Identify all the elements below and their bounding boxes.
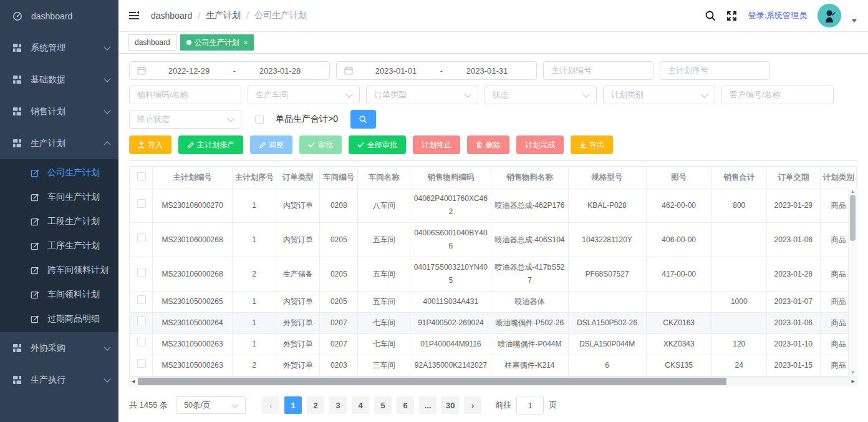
table-row[interactable]: MS230106000268 2 生产储备 0205 五车间 04017S500…	[130, 257, 857, 292]
row-checkbox[interactable]	[137, 316, 146, 325]
next-page-button[interactable]: ›	[464, 396, 481, 414]
sidebar-submenu-item[interactable]: 车间生产计划	[0, 185, 118, 209]
terminate-button[interactable]: 计划终止	[413, 135, 460, 154]
close-icon[interactable]: ×	[244, 39, 248, 46]
table-row[interactable]: MS230105000263 1 外贸订单 0207 七车间 01P400044…	[130, 334, 857, 355]
cell-material-code: 40011S034A431	[410, 292, 491, 313]
sidebar-group-item[interactable]: 系统管理	[0, 32, 118, 64]
goto-page-input[interactable]	[516, 396, 544, 415]
query-button[interactable]	[350, 110, 376, 129]
terminate-status-select[interactable]: 终止状态	[129, 110, 241, 129]
row-checkbox[interactable]	[137, 233, 146, 242]
page-button[interactable]: 1	[284, 396, 302, 414]
table-row[interactable]: MS230105000264 1 外贸订单 0207 七车间 91P400502…	[130, 313, 857, 334]
page-button[interactable]: ...	[419, 396, 436, 414]
approve-all-button[interactable]: 全部审批	[349, 135, 406, 154]
plan-category-select[interactable]: 计划类别	[603, 86, 715, 104]
cell-order-type: 生产储备	[276, 257, 320, 292]
approve-button[interactable]: 审批	[299, 135, 342, 154]
sidebar-group-item[interactable]: 生产执行	[0, 364, 118, 396]
page-size-select[interactable]: 50条/页	[176, 396, 246, 414]
page-button[interactable]: 3	[329, 396, 347, 414]
plan-date-range-picker[interactable]: 2022-12-29 - 2023-01-28	[129, 61, 330, 80]
delete-button[interactable]: 删除	[467, 135, 509, 154]
sidebar-item-dashboard[interactable]: dashboard	[0, 0, 118, 32]
row-checkbox[interactable]	[137, 268, 146, 277]
sidebar-submenu-item[interactable]: 工段生产计划	[0, 209, 118, 233]
sidebar-submenu-item[interactable]: 车间领料计划	[0, 282, 118, 307]
cell-plan-no: MS230106000270	[153, 189, 233, 223]
prev-page-button[interactable]: ‹	[262, 396, 279, 414]
page-button[interactable]: 2	[307, 396, 324, 414]
row-checkbox[interactable]	[137, 199, 146, 208]
table-row[interactable]: MS230106000270 1 内贸订单 0208 八车间 04062P400…	[130, 189, 857, 223]
scroll-down-icon[interactable]: ▼	[849, 370, 857, 376]
date-end[interactable]: 2023-01-31	[445, 66, 529, 76]
date-start[interactable]: 2022-12-29	[147, 66, 231, 76]
login-user-label[interactable]: 登录:系统管理员	[748, 10, 807, 21]
import-button[interactable]: 导入	[129, 135, 171, 154]
chevron-icon	[104, 75, 110, 82]
button-label: 计划完成	[525, 140, 555, 150]
vertical-scrollbar[interactable]: ▲ ▼	[848, 188, 857, 376]
view-tab[interactable]: dashboard ×	[128, 34, 176, 51]
row-checkbox[interactable]	[137, 338, 146, 346]
button-label: 全部审批	[367, 140, 397, 150]
scroll-right-icon[interactable]: ▶	[852, 377, 855, 386]
table-row[interactable]: MS230105000265 1 内贸订单 0205 五车间 40011S034…	[130, 292, 857, 313]
sidebar-group-item[interactable]: 基础数据	[0, 64, 118, 96]
workshop-select[interactable]: 生产车间	[248, 86, 360, 104]
vertical-scroll-thumb[interactable]	[850, 195, 856, 241]
date-end[interactable]: 2023-01-28	[238, 66, 322, 76]
row-checkbox[interactable]	[137, 359, 146, 368]
breadcrumb-item[interactable]: dashboard	[151, 11, 192, 21]
cell-material-name: 柱塞偶件-K214	[491, 355, 568, 376]
sidebar-submenu-item[interactable]: 公司生产计划	[0, 160, 118, 185]
fullscreen-button[interactable]	[726, 11, 737, 21]
main-area: dashboard / 生产计划 / 公司生产计划	[118, 0, 868, 422]
user-avatar[interactable]	[817, 4, 841, 27]
horizontal-scrollbar[interactable]: ◀ ▶	[129, 377, 857, 386]
sidebar-collapse-button[interactable]	[128, 11, 140, 21]
plan-seq-input[interactable]: 主计划序号	[660, 61, 770, 80]
table-row[interactable]: MS230105000263 2 外贸订单 0203 三车间 92A135000…	[130, 355, 857, 376]
page-button[interactable]: 4	[352, 396, 369, 414]
scroll-left-icon[interactable]: ◀	[132, 377, 135, 386]
grid-icon	[12, 139, 22, 148]
plan-no-input[interactable]: 主计划编号	[543, 61, 653, 80]
grid-icon	[12, 375, 22, 385]
page-button[interactable]: 6	[397, 396, 414, 414]
adjust-button[interactable]: 调整	[250, 135, 292, 154]
single-total-checkbox[interactable]	[255, 115, 264, 124]
cell-workshop-no: 0207	[320, 334, 358, 355]
complete-button[interactable]: 计划完成	[516, 135, 564, 154]
select-all-checkbox[interactable]	[137, 172, 146, 181]
material-input[interactable]: 物料编码/名称	[129, 86, 241, 104]
sidebar-submenu-item[interactable]: 跨车间领料计划	[0, 258, 118, 282]
due-date-range-picker[interactable]: 2023-01-01 - 2023-01-31	[336, 61, 537, 80]
sidebar-submenu-label: 车间生产计划	[47, 192, 100, 203]
row-checkbox[interactable]	[137, 295, 146, 304]
pagination: 共 1455 条 50条/页 ‹ 1 2 3 4	[129, 396, 857, 415]
sidebar-submenu-item[interactable]: 过期商品明细	[0, 307, 118, 331]
search-button[interactable]	[705, 10, 716, 21]
schedule-button[interactable]: 主计划排产	[178, 135, 243, 154]
view-tab[interactable]: 公司生产计划 ×	[180, 34, 254, 51]
sidebar-group-item[interactable]: 外协采购	[0, 332, 118, 364]
sidebar-group-item[interactable]: 销售计划	[0, 96, 118, 127]
single-total-checkbox-label[interactable]: 单品生产合计>0	[276, 114, 338, 125]
scroll-up-icon[interactable]: ▲	[849, 189, 857, 195]
status-select[interactable]: 状态	[485, 86, 597, 104]
page-button[interactable]: 5	[374, 396, 392, 414]
breadcrumb-item[interactable]: 生产计划	[206, 10, 241, 21]
date-start[interactable]: 2023-01-01	[354, 66, 438, 76]
page-button[interactable]: 30	[441, 396, 459, 414]
order-type-select[interactable]: 订单类型	[366, 86, 478, 104]
customer-input[interactable]: 客户编号/名称	[721, 86, 834, 104]
table-row[interactable]: MS230106000268 1 内贸订单 0205 五车间 04006S600…	[130, 223, 857, 257]
chevron-down-icon[interactable]	[852, 19, 857, 22]
horizontal-scroll-thumb[interactable]	[138, 378, 726, 385]
sidebar-group-item[interactable]: 生产计划	[0, 127, 118, 159]
sidebar-submenu-item[interactable]: 工序生产计划	[0, 233, 118, 258]
export-button[interactable]: 导出	[571, 135, 613, 154]
